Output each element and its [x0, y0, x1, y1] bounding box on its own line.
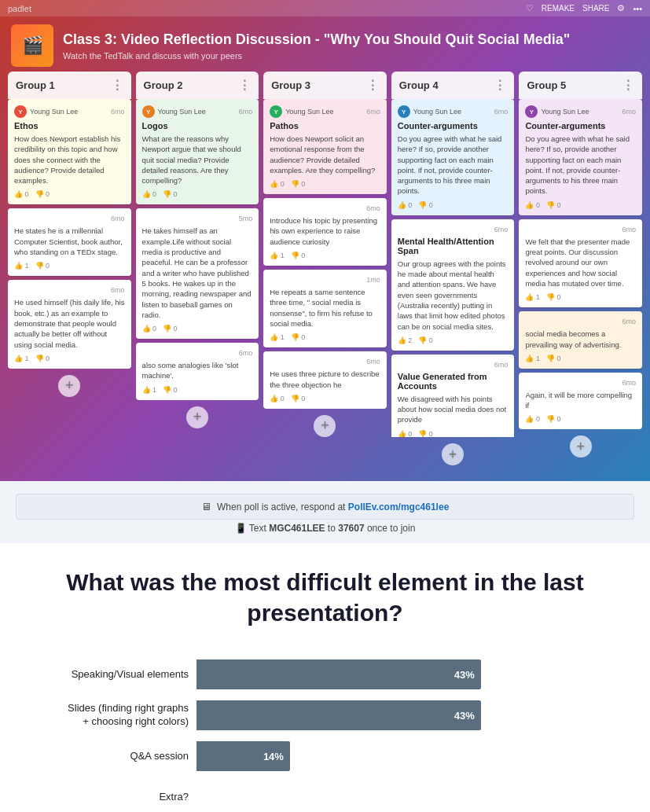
add-card-button[interactable]: +	[442, 443, 464, 465]
dislike-action[interactable]: 👎 0	[418, 430, 433, 437]
card-time: 6mo	[622, 108, 636, 116]
card-username: Young Sun Lee	[285, 108, 333, 116]
dislike-action[interactable]: 👎 0	[35, 355, 50, 362]
dislike-action[interactable]: 👎 0	[35, 190, 50, 198]
group-menu-icon[interactable]: ⋮	[494, 78, 506, 93]
dislike-action[interactable]: 👎 0	[546, 201, 561, 209]
card-user: 6mo	[270, 204, 380, 212]
card-actions: 👍 0 👎 0	[14, 190, 125, 198]
group-menu-icon[interactable]: ⋮	[111, 78, 123, 93]
dislike-action[interactable]: 👎 0	[418, 336, 433, 344]
dislike-action[interactable]: 👎 0	[418, 201, 433, 209]
dislike-action[interactable]: 👎 0	[291, 180, 306, 188]
add-card-button[interactable]: +	[570, 435, 592, 457]
group-col-3: Group 3⋮YYoung Sun Lee6moPathosHow does …	[263, 72, 387, 465]
dislike-action[interactable]: 👎 0	[546, 355, 561, 362]
dislike-action[interactable]: 👎 0	[291, 395, 306, 402]
heart-icon[interactable]: ♡	[526, 3, 534, 13]
bar-label: Extra?	[31, 791, 196, 804]
card-title: Logos	[142, 121, 253, 130]
like-action[interactable]: 👍 0	[398, 201, 413, 209]
group-menu-icon[interactable]: ⋮	[366, 78, 379, 93]
header-text: Class 3: Video Reflection Discussion - "…	[63, 31, 570, 60]
like-action[interactable]: 👍 1	[270, 252, 285, 259]
card-user: YYoung Sun Lee6mo	[398, 105, 509, 118]
list-item: YYoung Sun Lee6moEthosHow does Newport e…	[8, 99, 131, 204]
dislike-action[interactable]: 👎 0	[163, 190, 178, 198]
card-body: Do you agree with what he said here? If …	[525, 134, 636, 197]
like-action[interactable]: 👍 0	[142, 190, 157, 198]
dislike-action[interactable]: 👎 0	[35, 262, 50, 270]
bar-track: 14%	[196, 741, 603, 771]
card-actions: 👍 0 👎 0	[270, 180, 380, 188]
dislike-action[interactable]: 👎 0	[546, 293, 561, 301]
card-actions: 👍 1 👎 0	[525, 293, 636, 301]
card-time: 1mo	[366, 276, 380, 284]
bar-percentage: 43%	[454, 669, 475, 681]
dislike-action[interactable]: 👎 0	[546, 415, 561, 423]
like-action[interactable]: 👍 0	[525, 201, 540, 209]
poll-url[interactable]: PollEv.com/mgc461lee	[348, 502, 450, 513]
like-action[interactable]: 👍 0	[14, 190, 29, 198]
card-body: He states he is a millennial Computer Sc…	[14, 226, 125, 257]
card-title: Mental Health/Attention Span	[398, 237, 509, 255]
card-user: 6mo	[270, 358, 380, 366]
bar-track: 43%	[196, 660, 603, 689]
group-cards-4: YYoung Sun Lee6moCounter-argumentsDo you…	[391, 99, 515, 437]
like-action[interactable]: 👍 1	[142, 386, 157, 394]
card-actions: 👍 2 👎 0	[398, 336, 509, 344]
like-action[interactable]: 👍 1	[14, 355, 29, 362]
phone-icon: 📱	[235, 523, 247, 534]
chart-area: Speaking/Visual elements43%Slides (findi…	[31, 652, 619, 812]
dislike-action[interactable]: 👎 0	[291, 333, 306, 341]
dislike-action[interactable]: 👎 0	[163, 325, 178, 333]
card-actions: 👍 0 👎 0	[398, 430, 509, 437]
group-cards-3: YYoung Sun Lee6moPathosHow does Newport …	[263, 99, 387, 409]
like-action[interactable]: 👍 0	[270, 395, 285, 402]
settings-icon[interactable]: ⚙	[617, 3, 625, 13]
like-action[interactable]: 👍 0	[525, 415, 540, 423]
like-action[interactable]: 👍 0	[142, 325, 157, 333]
add-card-button[interactable]: +	[314, 415, 336, 437]
card-time: 6mo	[622, 379, 636, 387]
card-body: also some analogies like 'slot machine'.	[142, 360, 253, 381]
card-user: 6mo	[398, 226, 509, 233]
card-actions: 👍 1 👎 0	[14, 262, 125, 270]
card-actions: 👍 1 👎 0	[525, 355, 636, 362]
add-card-button[interactable]: +	[58, 375, 80, 397]
add-card-button[interactable]: +	[186, 406, 208, 428]
card-user: YYoung Sun Lee6mo	[14, 105, 125, 118]
card-user: YYoung Sun Lee6mo	[525, 105, 636, 118]
like-action[interactable]: 👍 2	[398, 336, 413, 344]
card-user: 5mo	[142, 215, 253, 222]
group-menu-icon[interactable]: ⋮	[238, 78, 251, 93]
card-time: 6mo	[111, 108, 125, 116]
card-title: Value Generated from Accounts	[398, 372, 509, 391]
group-header-4: Group 4⋮	[391, 72, 515, 99]
like-action[interactable]: 👍 1	[270, 333, 285, 341]
card-time: 6mo	[494, 226, 509, 233]
top-bar: padlet ♡ REMAKE SHARE ⚙ •••	[0, 0, 650, 17]
group-menu-icon[interactable]: ⋮	[622, 78, 634, 93]
more-icon[interactable]: •••	[633, 4, 642, 13]
card-title: Ethos	[14, 121, 125, 130]
dislike-action[interactable]: 👎 0	[291, 252, 306, 259]
card-actions: 👍 1 👎 0	[270, 252, 380, 259]
bar-track: 43%	[196, 700, 603, 730]
card-time: 6mo	[239, 349, 253, 357]
card-user: 6mo	[525, 379, 636, 387]
share-button[interactable]: SHARE	[582, 4, 609, 13]
card-user: 6mo	[525, 318, 636, 325]
like-action[interactable]: 👍 0	[398, 430, 413, 437]
group-header-1: Group 1⋮	[8, 72, 131, 99]
like-action[interactable]: 👍 1	[14, 262, 29, 270]
like-action[interactable]: 👍 0	[270, 180, 285, 188]
card-time: 5mo	[239, 215, 253, 222]
padlet-section: padlet ♡ REMAKE SHARE ⚙ ••• 🎬 Class 3: V…	[0, 0, 650, 481]
dislike-action[interactable]: 👎 0	[163, 386, 178, 394]
list-item: 6moalso some analogies like 'slot machin…	[136, 343, 259, 400]
like-action[interactable]: 👍 1	[525, 293, 540, 301]
group-cards-5: YYoung Sun Lee6moCounter-argumentsDo you…	[519, 99, 642, 429]
like-action[interactable]: 👍 1	[525, 355, 540, 362]
remake-button[interactable]: REMAKE	[542, 4, 575, 13]
